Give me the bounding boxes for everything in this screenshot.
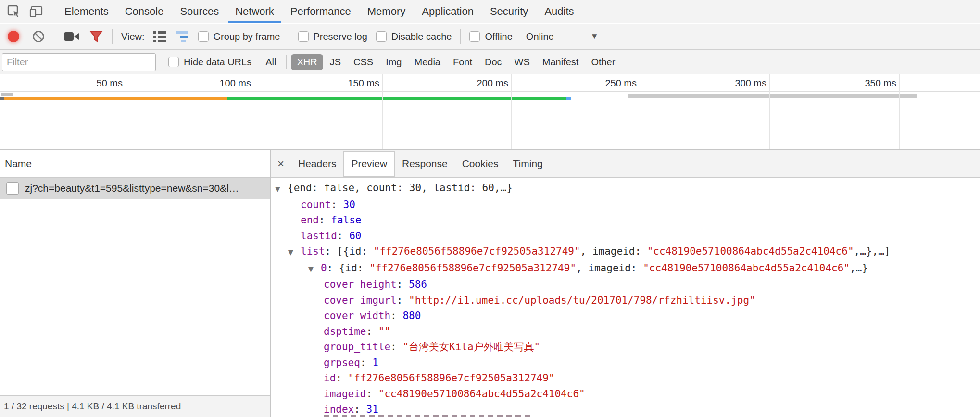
waterfall-bar [4, 97, 227, 100]
close-icon[interactable]: × [277, 157, 284, 171]
json-token-s: "" [378, 326, 390, 337]
request-row[interactable]: zj?ch=beauty&t1=595&listtype=new&sn=30&l… [0, 178, 270, 199]
json-token-p: ,…},…] [854, 245, 891, 257]
json-token-p: {end: false, count: 30, lastid: 60,…} [288, 182, 513, 194]
filter-type-all[interactable]: All [260, 54, 282, 70]
chevron-down-icon[interactable]: ▼ [591, 32, 599, 41]
timeline-tick-label: 200 ms [458, 78, 508, 89]
disable-cache-label: Disable cache [391, 31, 452, 42]
json-token-p: , imageid: [576, 262, 643, 274]
json-token-p: : {id: [327, 262, 370, 274]
preview-row-0[interactable]: ▼{end: false, count: 30, lastid: 60,…} [271, 180, 980, 197]
json-token-k: index [324, 404, 354, 415]
tab-security[interactable]: Security [482, 0, 536, 23]
tree-expand-arrow[interactable]: ▼ [288, 245, 301, 260]
preview-row-9: dsptime: "" [271, 324, 980, 340]
network-filterbar: Hide data URLs AllXHRJSCSSImgMediaFontDo… [0, 50, 980, 74]
checkbox-box[interactable] [298, 31, 309, 42]
checkbox-box[interactable] [376, 31, 387, 42]
tree-expand-arrow[interactable]: ▼ [308, 261, 321, 277]
timeline-gridline [769, 74, 770, 149]
waterfall-bar [628, 94, 917, 98]
group-by-frame-checkbox[interactable]: Group by frame [198, 31, 280, 42]
waterfall-view-icon[interactable] [175, 31, 189, 42]
json-token-k: group_title [324, 341, 390, 353]
disable-cache-checkbox[interactable]: Disable cache [376, 31, 452, 42]
network-overview[interactable]: 50 ms100 ms150 ms200 ms250 ms300 ms350 m… [0, 74, 980, 150]
tabbar-tabs: ElementsConsoleSourcesNetworkPerformance… [56, 0, 582, 23]
record-button[interactable] [8, 31, 19, 42]
screenshot-camera-icon[interactable] [63, 30, 80, 43]
preserve-log-label: Preserve log [314, 31, 367, 42]
waterfall-bar [227, 97, 566, 100]
subtab-headers[interactable]: Headers [291, 150, 343, 177]
timeline-gridline [126, 74, 126, 149]
offline-checkbox[interactable]: Offline [469, 31, 512, 42]
subtab-cookies[interactable]: Cookies [455, 150, 506, 177]
devtools-tabbar: ElementsConsoleSourcesNetworkPerformance… [0, 0, 980, 23]
throttling-dropdown[interactable]: Online [526, 31, 554, 42]
json-token-p: ,…} [850, 262, 868, 274]
filter-type-img[interactable]: Img [380, 54, 407, 70]
json-token-k: grpseq [324, 357, 360, 368]
tab-network[interactable]: Network [227, 0, 282, 23]
checkbox-box[interactable] [469, 31, 480, 42]
waterfall-bar [566, 97, 571, 100]
subtab-timing[interactable]: Timing [506, 150, 550, 177]
tab-audits[interactable]: Audits [536, 0, 582, 23]
tab-sources[interactable]: Sources [172, 0, 227, 23]
filter-type-manifest[interactable]: Manifest [537, 54, 585, 70]
preview-row-4[interactable]: ▼list: [{id: "ff276e8056f58896e7cf92505a… [271, 244, 980, 260]
json-token-k: lastid [301, 230, 337, 242]
filter-type-media[interactable]: Media [408, 54, 446, 70]
tree-expand-arrow[interactable]: ▼ [275, 181, 288, 197]
json-token-n: 1 [372, 357, 378, 368]
filter-type-font[interactable]: Font [447, 54, 478, 70]
filter-input[interactable] [2, 53, 156, 71]
tab-memory[interactable]: Memory [359, 0, 414, 23]
json-token-k: count [301, 199, 331, 210]
tab-performance[interactable]: Performance [282, 0, 359, 23]
name-column-header[interactable]: Name [0, 150, 270, 178]
tab-console[interactable]: Console [117, 0, 172, 23]
json-token-n: 60 [349, 230, 361, 242]
list-view-icon[interactable] [153, 31, 166, 42]
hide-data-urls-checkbox[interactable] [168, 57, 179, 67]
subtab-response[interactable]: Response [395, 150, 455, 177]
filter-type-doc[interactable]: Doc [479, 54, 508, 70]
json-token-n: 880 [402, 310, 421, 321]
json-token-p: : [354, 404, 366, 415]
name-header-label: Name [5, 158, 32, 170]
tab-application[interactable]: Application [414, 0, 482, 23]
preview-json-tree: ▼{end: false, count: 30, lastid: 60,…}co… [271, 178, 980, 417]
json-token-n: 31 [366, 404, 378, 415]
filter-funnel-icon[interactable] [89, 30, 103, 43]
tab-elements[interactable]: Elements [56, 0, 117, 23]
clear-icon[interactable] [32, 30, 45, 43]
filter-type-other[interactable]: Other [585, 54, 621, 70]
json-token-k: dsptime [324, 326, 366, 337]
json-token-n: 30 [343, 199, 355, 210]
request-checkbox[interactable] [6, 182, 19, 195]
preview-row-7: cover_imgurl: "http://i1.umei.cc/uploads… [271, 293, 980, 308]
filter-type-xhr[interactable]: XHR [291, 54, 323, 70]
filter-type-js[interactable]: JS [324, 54, 347, 70]
inspect-cursor-icon[interactable] [6, 3, 22, 20]
checkbox-box[interactable] [198, 31, 209, 42]
preserve-log-checkbox[interactable]: Preserve log [298, 31, 367, 42]
timeline-tick-label: 300 ms [716, 78, 766, 89]
filter-type-css[interactable]: CSS [348, 54, 379, 70]
preview-row-5[interactable]: ▼0: {id: "ff276e8056f58896e7cf92505a3127… [271, 260, 980, 277]
json-token-s: "ff276e8056f58896e7cf92505a312749" [374, 245, 580, 257]
preview-row-3: lastid: 60 [271, 228, 980, 244]
filter-divider [286, 55, 287, 69]
json-token-s: "cc48190e57100864abc4d55a2c4104c6" [643, 262, 850, 274]
json-token-s: "cc48190e57100864abc4d55a2c4104c6" [647, 245, 854, 257]
filter-type-ws[interactable]: WS [509, 54, 536, 70]
hide-data-urls-label: Hide data URLs [184, 57, 251, 68]
waterfall-bar [0, 97, 4, 100]
subtab-preview[interactable]: Preview [343, 151, 395, 177]
timeline-tick-label: 50 ms [73, 78, 123, 89]
timeline-gridline [899, 74, 900, 149]
device-toolbar-icon[interactable] [28, 3, 44, 20]
